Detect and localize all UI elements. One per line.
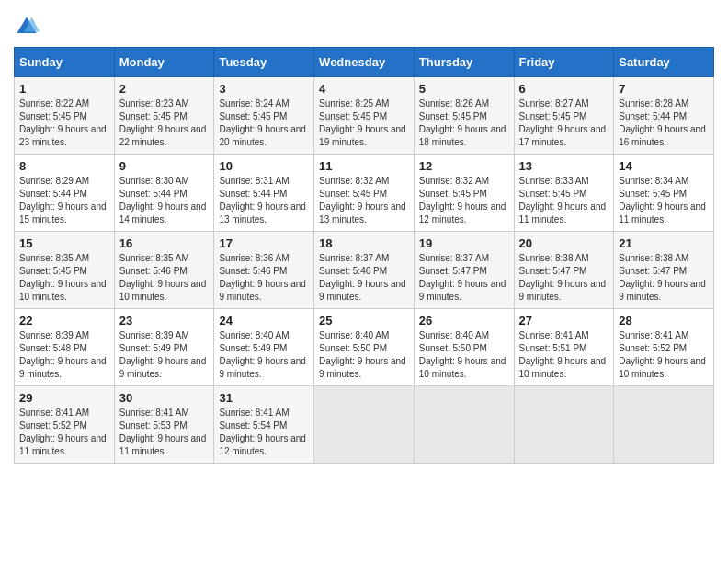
day-cell <box>614 386 714 464</box>
day-cell: 27Sunrise: 8:41 AM Sunset: 5:51 PM Dayli… <box>514 309 614 386</box>
day-info: Sunrise: 8:23 AM Sunset: 5:45 PM Dayligh… <box>119 98 210 149</box>
day-cell: 17Sunrise: 8:36 AM Sunset: 5:46 PM Dayli… <box>214 232 314 309</box>
day-number: 20 <box>519 236 609 250</box>
day-info: Sunrise: 8:33 AM Sunset: 5:45 PM Dayligh… <box>519 175 609 226</box>
day-number: 13 <box>519 159 609 173</box>
day-number: 18 <box>319 236 409 250</box>
day-info: Sunrise: 8:40 AM Sunset: 5:50 PM Dayligh… <box>319 329 409 381</box>
header-friday: Friday <box>514 48 614 77</box>
day-cell: 31Sunrise: 8:41 AM Sunset: 5:54 PM Dayli… <box>214 386 314 464</box>
day-number: 9 <box>119 159 210 173</box>
day-cell: 25Sunrise: 8:40 AM Sunset: 5:50 PM Dayli… <box>314 309 415 386</box>
day-info: Sunrise: 8:38 AM Sunset: 5:47 PM Dayligh… <box>519 252 609 304</box>
day-info: Sunrise: 8:39 AM Sunset: 5:48 PM Dayligh… <box>19 329 109 381</box>
day-number: 8 <box>19 159 109 173</box>
day-number: 6 <box>519 82 609 96</box>
day-cell: 9Sunrise: 8:30 AM Sunset: 5:44 PM Daylig… <box>114 155 214 232</box>
day-number: 23 <box>119 314 210 327</box>
header-monday: Monday <box>114 48 214 77</box>
day-number: 15 <box>19 236 109 250</box>
day-number: 7 <box>619 82 709 96</box>
day-number: 10 <box>219 159 309 173</box>
day-cell: 21Sunrise: 8:38 AM Sunset: 5:47 PM Dayli… <box>614 232 714 309</box>
day-info: Sunrise: 8:41 AM Sunset: 5:54 PM Dayligh… <box>219 407 309 458</box>
day-info: Sunrise: 8:37 AM Sunset: 5:46 PM Dayligh… <box>319 252 409 304</box>
header-tuesday: Tuesday <box>214 48 314 77</box>
week-row-1: 1Sunrise: 8:22 AM Sunset: 5:45 PM Daylig… <box>15 77 714 155</box>
day-number: 5 <box>419 82 509 96</box>
day-cell: 3Sunrise: 8:24 AM Sunset: 5:45 PM Daylig… <box>214 77 314 155</box>
day-number: 2 <box>119 82 210 96</box>
day-info: Sunrise: 8:41 AM Sunset: 5:51 PM Dayligh… <box>519 329 609 381</box>
week-row-4: 22Sunrise: 8:39 AM Sunset: 5:48 PM Dayli… <box>15 309 714 386</box>
page-header <box>14 14 714 40</box>
day-cell: 23Sunrise: 8:39 AM Sunset: 5:49 PM Dayli… <box>114 309 214 386</box>
day-cell: 29Sunrise: 8:41 AM Sunset: 5:52 PM Dayli… <box>15 386 115 464</box>
header-thursday: Thursday <box>414 48 514 77</box>
day-info: Sunrise: 8:24 AM Sunset: 5:45 PM Dayligh… <box>219 98 309 149</box>
day-info: Sunrise: 8:27 AM Sunset: 5:45 PM Dayligh… <box>519 98 609 149</box>
header-saturday: Saturday <box>614 48 714 77</box>
day-number: 14 <box>619 159 709 173</box>
day-cell: 19Sunrise: 8:37 AM Sunset: 5:47 PM Dayli… <box>414 232 514 309</box>
day-number: 21 <box>619 236 709 250</box>
day-number: 25 <box>319 314 409 327</box>
week-row-5: 29Sunrise: 8:41 AM Sunset: 5:52 PM Dayli… <box>15 386 714 464</box>
day-cell: 20Sunrise: 8:38 AM Sunset: 5:47 PM Dayli… <box>514 232 614 309</box>
day-cell <box>414 386 514 464</box>
day-number: 1 <box>19 82 109 96</box>
day-cell: 8Sunrise: 8:29 AM Sunset: 5:44 PM Daylig… <box>15 155 115 232</box>
day-cell: 2Sunrise: 8:23 AM Sunset: 5:45 PM Daylig… <box>114 77 214 155</box>
day-cell: 30Sunrise: 8:41 AM Sunset: 5:53 PM Dayli… <box>114 386 214 464</box>
day-info: Sunrise: 8:39 AM Sunset: 5:49 PM Dayligh… <box>119 329 210 381</box>
day-info: Sunrise: 8:25 AM Sunset: 5:45 PM Dayligh… <box>319 98 409 149</box>
day-info: Sunrise: 8:37 AM Sunset: 5:47 PM Dayligh… <box>419 252 509 304</box>
day-info: Sunrise: 8:26 AM Sunset: 5:45 PM Dayligh… <box>419 98 509 149</box>
day-cell: 6Sunrise: 8:27 AM Sunset: 5:45 PM Daylig… <box>514 77 614 155</box>
header-sunday: Sunday <box>15 48 115 77</box>
day-cell: 7Sunrise: 8:28 AM Sunset: 5:44 PM Daylig… <box>614 77 714 155</box>
day-info: Sunrise: 8:38 AM Sunset: 5:47 PM Dayligh… <box>619 252 709 304</box>
day-info: Sunrise: 8:32 AM Sunset: 5:45 PM Dayligh… <box>419 175 509 226</box>
day-cell: 28Sunrise: 8:41 AM Sunset: 5:52 PM Dayli… <box>614 309 714 386</box>
day-cell: 15Sunrise: 8:35 AM Sunset: 5:45 PM Dayli… <box>15 232 115 309</box>
day-cell: 11Sunrise: 8:32 AM Sunset: 5:45 PM Dayli… <box>314 155 415 232</box>
day-number: 19 <box>419 236 509 250</box>
day-number: 3 <box>219 82 309 96</box>
day-info: Sunrise: 8:32 AM Sunset: 5:45 PM Dayligh… <box>319 175 409 226</box>
day-cell <box>514 386 614 464</box>
day-cell: 5Sunrise: 8:26 AM Sunset: 5:45 PM Daylig… <box>414 77 514 155</box>
day-number: 30 <box>119 391 210 405</box>
day-cell: 4Sunrise: 8:25 AM Sunset: 5:45 PM Daylig… <box>314 77 415 155</box>
day-cell: 16Sunrise: 8:35 AM Sunset: 5:46 PM Dayli… <box>114 232 214 309</box>
day-cell: 18Sunrise: 8:37 AM Sunset: 5:46 PM Dayli… <box>314 232 415 309</box>
day-info: Sunrise: 8:36 AM Sunset: 5:46 PM Dayligh… <box>219 252 309 304</box>
day-info: Sunrise: 8:34 AM Sunset: 5:45 PM Dayligh… <box>619 175 709 226</box>
day-info: Sunrise: 8:22 AM Sunset: 5:45 PM Dayligh… <box>19 98 109 149</box>
logo <box>14 14 43 40</box>
day-info: Sunrise: 8:29 AM Sunset: 5:44 PM Dayligh… <box>19 175 109 226</box>
day-cell: 14Sunrise: 8:34 AM Sunset: 5:45 PM Dayli… <box>614 155 714 232</box>
header-wednesday: Wednesday <box>314 48 415 77</box>
day-cell: 24Sunrise: 8:40 AM Sunset: 5:49 PM Dayli… <box>214 309 314 386</box>
day-number: 26 <box>419 314 509 327</box>
day-number: 27 <box>519 314 609 327</box>
day-cell <box>314 386 415 464</box>
logo-icon <box>14 14 40 40</box>
day-number: 11 <box>319 159 409 173</box>
day-number: 28 <box>619 314 709 327</box>
day-number: 24 <box>219 314 309 327</box>
day-number: 31 <box>219 391 309 405</box>
day-info: Sunrise: 8:35 AM Sunset: 5:45 PM Dayligh… <box>19 252 109 304</box>
day-cell: 10Sunrise: 8:31 AM Sunset: 5:44 PM Dayli… <box>214 155 314 232</box>
day-cell: 22Sunrise: 8:39 AM Sunset: 5:48 PM Dayli… <box>15 309 115 386</box>
day-number: 22 <box>19 314 109 327</box>
day-number: 4 <box>319 82 409 96</box>
day-info: Sunrise: 8:40 AM Sunset: 5:49 PM Dayligh… <box>219 329 309 381</box>
day-info: Sunrise: 8:31 AM Sunset: 5:44 PM Dayligh… <box>219 175 309 226</box>
week-row-3: 15Sunrise: 8:35 AM Sunset: 5:45 PM Dayli… <box>15 232 714 309</box>
day-info: Sunrise: 8:41 AM Sunset: 5:52 PM Dayligh… <box>619 329 709 381</box>
day-info: Sunrise: 8:28 AM Sunset: 5:44 PM Dayligh… <box>619 98 709 149</box>
day-number: 16 <box>119 236 210 250</box>
day-number: 17 <box>219 236 309 250</box>
